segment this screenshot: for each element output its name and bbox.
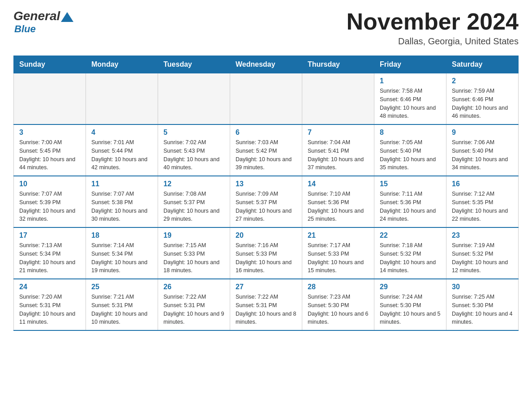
calendar-table: Sunday Monday Tuesday Wednesday Thursday… <box>13 56 519 331</box>
calendar-cell: 2Sunrise: 7:59 AM Sunset: 6:46 PM Daylig… <box>446 73 519 125</box>
day-number: 8 <box>380 128 441 137</box>
day-number: 13 <box>236 180 296 188</box>
calendar-cell: 17Sunrise: 7:13 AM Sunset: 5:34 PM Dayli… <box>14 227 86 279</box>
calendar-week-2: 3Sunrise: 7:00 AM Sunset: 5:45 PM Daylig… <box>14 124 519 176</box>
calendar-cell: 22Sunrise: 7:18 AM Sunset: 5:32 PM Dayli… <box>374 227 446 279</box>
day-info: Sunrise: 7:04 AM Sunset: 5:41 PM Dayligh… <box>308 138 369 172</box>
day-number: 1 <box>380 77 441 85</box>
header-wednesday: Wednesday <box>230 56 302 73</box>
day-info: Sunrise: 7:22 AM Sunset: 5:31 PM Dayligh… <box>163 293 224 326</box>
day-number: 21 <box>308 231 369 240</box>
calendar-cell: 13Sunrise: 7:09 AM Sunset: 5:37 PM Dayli… <box>230 176 302 227</box>
calendar-header: Sunday Monday Tuesday Wednesday Thursday… <box>14 56 519 73</box>
calendar-cell: 24Sunrise: 7:20 AM Sunset: 5:31 PM Dayli… <box>14 279 86 330</box>
day-number: 27 <box>236 283 296 291</box>
day-number: 5 <box>163 128 224 137</box>
header-friday: Friday <box>374 56 446 73</box>
header-row: Sunday Monday Tuesday Wednesday Thursday… <box>14 56 519 73</box>
location-subtitle: Dallas, Georgia, United States <box>347 36 519 47</box>
day-number: 26 <box>163 283 224 291</box>
day-info: Sunrise: 7:00 AM Sunset: 5:45 PM Dayligh… <box>19 138 80 172</box>
calendar-cell: 15Sunrise: 7:11 AM Sunset: 5:36 PM Dayli… <box>374 176 446 227</box>
calendar-cell: 25Sunrise: 7:21 AM Sunset: 5:31 PM Dayli… <box>86 279 158 330</box>
logo-triangle-icon <box>61 12 73 22</box>
calendar-cell: 23Sunrise: 7:19 AM Sunset: 5:32 PM Dayli… <box>446 227 519 279</box>
header-sunday: Sunday <box>14 56 86 73</box>
calendar-cell: 14Sunrise: 7:10 AM Sunset: 5:36 PM Dayli… <box>302 176 374 227</box>
day-number: 29 <box>380 283 441 291</box>
calendar-cell: 4Sunrise: 7:01 AM Sunset: 5:44 PM Daylig… <box>86 124 158 176</box>
calendar-cell <box>230 73 302 125</box>
day-info: Sunrise: 7:21 AM Sunset: 5:31 PM Dayligh… <box>91 293 152 326</box>
day-info: Sunrise: 7:11 AM Sunset: 5:36 PM Dayligh… <box>380 190 441 223</box>
day-number: 30 <box>452 283 513 291</box>
calendar-cell: 26Sunrise: 7:22 AM Sunset: 5:31 PM Dayli… <box>158 279 230 330</box>
day-info: Sunrise: 7:23 AM Sunset: 5:30 PM Dayligh… <box>308 293 369 326</box>
day-info: Sunrise: 7:07 AM Sunset: 5:38 PM Dayligh… <box>91 190 152 223</box>
day-number: 25 <box>91 283 152 291</box>
logo-general-text: General <box>13 9 60 23</box>
calendar-cell: 1Sunrise: 7:58 AM Sunset: 6:46 PM Daylig… <box>374 73 446 125</box>
calendar-cell: 9Sunrise: 7:06 AM Sunset: 5:40 PM Daylig… <box>446 124 519 176</box>
day-info: Sunrise: 7:01 AM Sunset: 5:44 PM Dayligh… <box>91 138 152 172</box>
day-number: 6 <box>236 128 296 137</box>
day-info: Sunrise: 7:25 AM Sunset: 5:30 PM Dayligh… <box>452 293 513 326</box>
calendar-cell: 30Sunrise: 7:25 AM Sunset: 5:30 PM Dayli… <box>446 279 519 330</box>
day-info: Sunrise: 7:07 AM Sunset: 5:39 PM Dayligh… <box>19 190 80 223</box>
day-info: Sunrise: 7:18 AM Sunset: 5:32 PM Dayligh… <box>380 241 441 275</box>
header-monday: Monday <box>86 56 158 73</box>
day-number: 24 <box>19 283 80 291</box>
calendar-cell: 7Sunrise: 7:04 AM Sunset: 5:41 PM Daylig… <box>302 124 374 176</box>
day-info: Sunrise: 7:59 AM Sunset: 6:46 PM Dayligh… <box>452 87 513 120</box>
day-number: 20 <box>236 231 296 240</box>
calendar-cell: 3Sunrise: 7:00 AM Sunset: 5:45 PM Daylig… <box>14 124 86 176</box>
logo: General Blue <box>13 9 73 35</box>
calendar-cell: 11Sunrise: 7:07 AM Sunset: 5:38 PM Dayli… <box>86 176 158 227</box>
calendar-cell <box>158 73 230 125</box>
day-number: 9 <box>452 128 513 137</box>
day-number: 10 <box>19 180 80 188</box>
header-saturday: Saturday <box>446 56 519 73</box>
calendar-cell <box>14 73 86 125</box>
day-number: 7 <box>308 128 369 137</box>
day-number: 28 <box>308 283 369 291</box>
calendar-cell: 28Sunrise: 7:23 AM Sunset: 5:30 PM Dayli… <box>302 279 374 330</box>
day-number: 4 <box>91 128 152 137</box>
calendar-week-5: 24Sunrise: 7:20 AM Sunset: 5:31 PM Dayli… <box>14 279 519 330</box>
calendar-week-3: 10Sunrise: 7:07 AM Sunset: 5:39 PM Dayli… <box>14 176 519 227</box>
day-number: 3 <box>19 128 80 137</box>
calendar-cell: 10Sunrise: 7:07 AM Sunset: 5:39 PM Dayli… <box>14 176 86 227</box>
calendar-week-1: 1Sunrise: 7:58 AM Sunset: 6:46 PM Daylig… <box>14 73 519 125</box>
calendar-cell: 19Sunrise: 7:15 AM Sunset: 5:33 PM Dayli… <box>158 227 230 279</box>
day-info: Sunrise: 7:05 AM Sunset: 5:40 PM Dayligh… <box>380 138 441 172</box>
logo-blue-text: Blue <box>14 23 36 35</box>
day-number: 14 <box>308 180 369 188</box>
calendar-cell: 16Sunrise: 7:12 AM Sunset: 5:35 PM Dayli… <box>446 176 519 227</box>
day-number: 19 <box>163 231 224 240</box>
day-number: 11 <box>91 180 152 188</box>
day-number: 17 <box>19 231 80 240</box>
calendar-cell: 29Sunrise: 7:24 AM Sunset: 5:30 PM Dayli… <box>374 279 446 330</box>
day-number: 12 <box>163 180 224 188</box>
calendar-cell: 8Sunrise: 7:05 AM Sunset: 5:40 PM Daylig… <box>374 124 446 176</box>
day-info: Sunrise: 7:15 AM Sunset: 5:33 PM Dayligh… <box>163 241 224 275</box>
calendar-cell: 20Sunrise: 7:16 AM Sunset: 5:33 PM Dayli… <box>230 227 302 279</box>
day-info: Sunrise: 7:17 AM Sunset: 5:33 PM Dayligh… <box>308 241 369 275</box>
day-info: Sunrise: 7:19 AM Sunset: 5:32 PM Dayligh… <box>452 241 513 275</box>
day-info: Sunrise: 7:13 AM Sunset: 5:34 PM Dayligh… <box>19 241 80 275</box>
day-number: 16 <box>452 180 513 188</box>
month-title: November 2024 <box>347 9 519 34</box>
page-header: General Blue November 2024 Dallas, Georg… <box>13 9 519 47</box>
day-info: Sunrise: 7:08 AM Sunset: 5:37 PM Dayligh… <box>163 190 224 223</box>
calendar-cell <box>302 73 374 125</box>
header-thursday: Thursday <box>302 56 374 73</box>
day-info: Sunrise: 7:12 AM Sunset: 5:35 PM Dayligh… <box>452 190 513 223</box>
calendar-week-4: 17Sunrise: 7:13 AM Sunset: 5:34 PM Dayli… <box>14 227 519 279</box>
day-info: Sunrise: 7:16 AM Sunset: 5:33 PM Dayligh… <box>236 241 296 275</box>
calendar-cell: 21Sunrise: 7:17 AM Sunset: 5:33 PM Dayli… <box>302 227 374 279</box>
calendar-cell: 6Sunrise: 7:03 AM Sunset: 5:42 PM Daylig… <box>230 124 302 176</box>
day-info: Sunrise: 7:22 AM Sunset: 5:31 PM Dayligh… <box>236 293 296 326</box>
day-info: Sunrise: 7:02 AM Sunset: 5:43 PM Dayligh… <box>163 138 224 172</box>
calendar-cell: 27Sunrise: 7:22 AM Sunset: 5:31 PM Dayli… <box>230 279 302 330</box>
calendar-body: 1Sunrise: 7:58 AM Sunset: 6:46 PM Daylig… <box>14 73 519 331</box>
